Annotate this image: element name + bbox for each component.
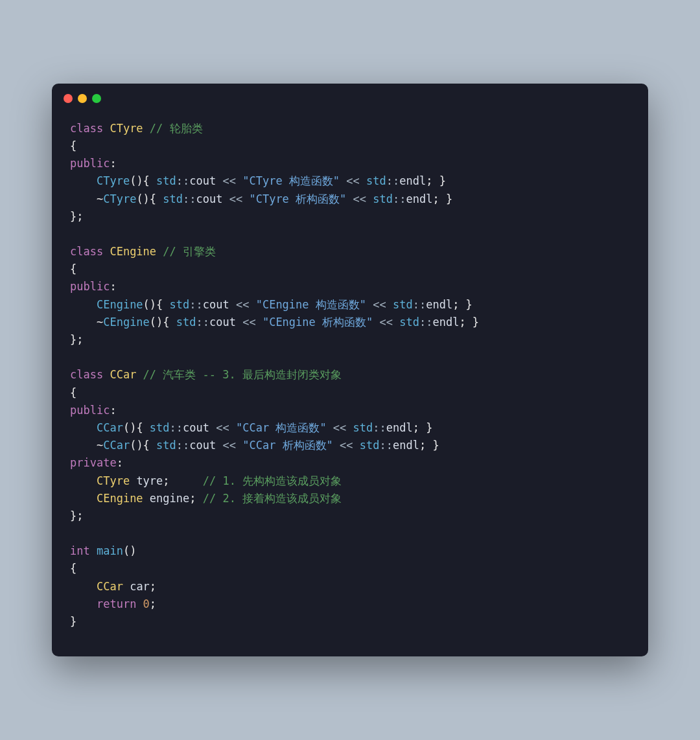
code-token: }: [70, 615, 76, 628]
code-line: CCar(){ std::cout << "CCar 构造函数" << std:…: [70, 419, 630, 437]
code-token: {: [70, 262, 76, 275]
code-token: [70, 298, 97, 311]
code-token: };: [70, 333, 83, 346]
code-token: cout: [189, 439, 216, 452]
code-token: std: [156, 439, 176, 452]
code-token: "CEngine 析构函数": [262, 316, 373, 329]
code-token: ;: [163, 474, 202, 487]
code-line: ~CTyre(){ std::cout << "CTyre 析构函数" << s…: [70, 191, 630, 208]
code-token: cout: [209, 316, 236, 329]
code-token: :: [110, 280, 116, 293]
code-line: CCar car;: [70, 578, 630, 595]
code-line: };: [70, 507, 630, 525]
code-token: };: [70, 509, 83, 522]
code-token: engine: [150, 492, 189, 505]
code-line: {: [70, 384, 630, 402]
code-token: int: [70, 544, 97, 557]
code-token: std: [176, 316, 196, 329]
code-token: endl: [399, 174, 426, 187]
code-token: endl: [406, 192, 432, 205]
code-token: ::: [413, 298, 426, 311]
code-token: std: [163, 192, 183, 205]
code-token: (): [123, 544, 136, 557]
code-token: <<: [373, 316, 399, 329]
code-token: std: [156, 174, 176, 187]
code-token: CTyre: [97, 174, 130, 187]
code-token: "CTyre 构造函数": [242, 174, 340, 187]
code-line: };: [70, 331, 630, 349]
code-token: ::: [183, 192, 196, 205]
code-token: class: [70, 368, 110, 381]
code-token: std: [373, 192, 393, 205]
code-token: <<: [216, 439, 242, 452]
code-token: ; }: [459, 316, 479, 329]
code-token: <<: [236, 316, 262, 329]
code-token: ::: [196, 316, 209, 329]
code-token: ; }: [413, 421, 433, 434]
code-line: CEngine(){ std::cout << "CEngine 构造函数" <…: [70, 296, 630, 314]
code-token: cout: [189, 174, 216, 187]
code-token: ::: [386, 174, 399, 187]
code-token: ~: [70, 192, 103, 205]
code-token: endl: [426, 298, 452, 311]
code-token: std: [399, 316, 419, 329]
code-line: };: [70, 208, 630, 225]
code-token: std: [393, 298, 413, 311]
code-token: // 2. 接着构造该成员对象: [203, 492, 342, 505]
code-line: class CCar // 汽车类 -- 3. 最后构造封闭类对象: [70, 366, 630, 384]
code-token: ::: [176, 439, 189, 452]
code-line: CEngine engine; // 2. 接着构造该成员对象: [70, 490, 630, 507]
code-token: ; }: [452, 298, 472, 311]
code-token: ::: [189, 298, 202, 311]
code-token: ::: [419, 316, 432, 329]
code-token: [70, 474, 97, 487]
minimize-icon[interactable]: [78, 94, 87, 103]
code-token: <<: [327, 421, 353, 434]
code-token: // 引擎类: [163, 245, 216, 258]
code-token: :: [110, 157, 116, 170]
code-token: cout: [196, 192, 223, 205]
code-token: ; }: [419, 439, 439, 452]
code-token: cout: [183, 421, 209, 434]
code-token: {: [70, 386, 76, 399]
code-line: public:: [70, 402, 630, 419]
code-token: :: [117, 456, 123, 469]
code-token: 0: [143, 597, 150, 610]
code-token: CCar: [110, 368, 143, 381]
code-token: std: [360, 439, 380, 452]
code-token: CTyre: [97, 474, 136, 487]
code-token: (){: [130, 439, 156, 452]
code-token: // 1. 先构构造该成员对象: [203, 474, 342, 487]
code-token: class: [70, 245, 110, 258]
code-token: <<: [366, 298, 393, 311]
code-token: ::: [170, 421, 183, 434]
code-token: // 轮胎类: [150, 122, 203, 135]
code-token: <<: [346, 192, 373, 205]
code-line: {: [70, 137, 630, 155]
code-token: "CEngine 构造函数": [256, 298, 366, 311]
code-line: {: [70, 260, 630, 278]
code-token: "CTyre 析构函数": [249, 192, 346, 205]
maximize-icon[interactable]: [92, 94, 101, 103]
code-token: "CCar 析构函数": [242, 439, 333, 452]
code-token: std: [150, 421, 170, 434]
code-line: ~CCar(){ std::cout << "CCar 析构函数" << std…: [70, 437, 630, 454]
code-token: (){: [130, 174, 156, 187]
code-token: ~: [70, 439, 103, 452]
code-token: ;: [150, 580, 156, 593]
code-token: ; }: [432, 192, 452, 205]
code-line: [70, 525, 630, 542]
code-token: ::: [176, 174, 189, 187]
code-token: tyre: [136, 474, 163, 487]
code-token: CCar: [97, 421, 123, 434]
code-editor[interactable]: class CTyre // 轮胎类{public: CTyre(){ std:…: [52, 108, 648, 656]
code-token: CCar: [103, 439, 130, 452]
code-line: CTyre tyre; // 1. 先构构造该成员对象: [70, 472, 630, 490]
code-token: public: [70, 404, 110, 417]
code-token: CTyre: [110, 122, 149, 135]
code-token: [70, 492, 97, 505]
close-icon[interactable]: [64, 94, 73, 103]
code-token: // 汽车类 -- 3. 最后构造封闭类对象: [143, 368, 342, 381]
code-token: <<: [209, 421, 236, 434]
code-token: CTyre: [103, 192, 136, 205]
